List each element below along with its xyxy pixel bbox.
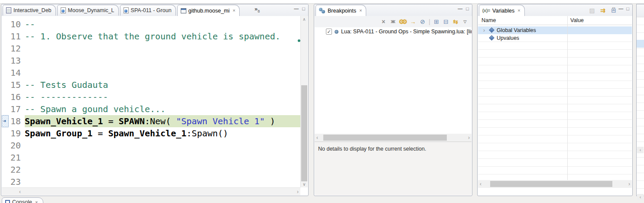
tab-label: Breakpoints xyxy=(328,8,356,14)
scroll-left-icon[interactable]: ‹ xyxy=(19,188,21,195)
editor-horizontal-scrollbar[interactable]: ‹ › xyxy=(2,187,300,195)
tab-label: github.moose_mi xyxy=(189,8,230,14)
gutter-marker xyxy=(2,42,9,55)
code-text xyxy=(25,55,300,67)
gutter-marker xyxy=(2,127,9,139)
scroll-left-icon[interactable]: ‹ xyxy=(637,147,644,153)
close-icon[interactable]: × xyxy=(233,8,235,13)
column-header-value[interactable]: Value xyxy=(570,17,584,23)
editor-tab-interactive-deb[interactable]: Interactive_Deb xyxy=(3,5,56,16)
maximize-icon[interactable]: □ xyxy=(302,6,305,11)
line-number: 15 xyxy=(9,79,25,91)
maximize-icon[interactable]: □ xyxy=(626,6,629,11)
horizontal-scroll-thumb[interactable] xyxy=(323,135,447,141)
breakpoint-item[interactable]: ✓ Lua: SPA-011 - Ground Ops - Simple Spa… xyxy=(315,27,472,35)
code-text: -- Tests Gudauta xyxy=(25,79,300,91)
tab-label: Interactive_Deb xyxy=(13,7,52,13)
breakpoint-label: Lua: SPA-011 - Ground Ops - Simple Spawn… xyxy=(341,29,472,35)
scroll-left-icon[interactable]: ‹ xyxy=(637,194,644,200)
view-menu-icon[interactable]: ▽ xyxy=(612,7,615,11)
scroll-left-icon[interactable]: ‹ xyxy=(316,134,318,141)
variable-diamond-icon xyxy=(489,35,494,41)
debug-current-line-marker[interactable] xyxy=(2,115,9,127)
close-icon[interactable]: × xyxy=(359,8,362,13)
line-number: 21 xyxy=(9,151,25,164)
breakpoints-toolbar: ×××⚙⚙→⊘|⊞⊟⇆▽ xyxy=(315,16,472,27)
code-line-15: 15-- Tests Gudauta xyxy=(2,79,300,91)
maximize-icon[interactable]: □ xyxy=(466,6,469,11)
code-text xyxy=(25,151,300,164)
close-icon[interactable]: × xyxy=(35,200,38,203)
console-icon xyxy=(5,200,10,203)
go-to-file-for-breakpoint-icon[interactable]: → xyxy=(409,18,417,26)
lua-file-icon xyxy=(124,7,129,13)
editor-vertical-scrollbar[interactable]: ∧ ∨ xyxy=(300,16,308,187)
show-type-names-icon[interactable]: ▨ xyxy=(588,6,596,14)
scroll-down-icon[interactable]: ∨ xyxy=(301,182,308,187)
skip-all-breakpoints-icon[interactable]: ⊘ xyxy=(419,18,426,26)
column-header-name[interactable]: Name xyxy=(481,17,496,23)
right-panel-tab-bar xyxy=(637,4,644,17)
minimize-icon[interactable]: — xyxy=(618,6,623,11)
close-icon[interactable]: × xyxy=(517,8,520,13)
horizontal-scroll-thumb[interactable] xyxy=(490,181,612,187)
gutter-marker xyxy=(2,18,9,30)
code-line-14: 14 xyxy=(2,67,300,79)
variable-row-global-variables[interactable]: ›Global Variables xyxy=(478,26,632,34)
lua-file-icon xyxy=(61,7,66,13)
column-divider[interactable] xyxy=(567,16,568,180)
tab-breakpoints[interactable]: Breakpoints × xyxy=(315,5,366,16)
right-edge-panel: ‹ ‹ xyxy=(636,4,644,196)
tab-label: Variables xyxy=(492,8,514,14)
breakpoint-dot-icon xyxy=(335,30,338,34)
code-text xyxy=(25,42,300,55)
scroll-up-icon[interactable]: ∧ xyxy=(301,17,308,22)
more-tabs-chevron[interactable]: »8 xyxy=(254,6,260,13)
line-number: 16 xyxy=(9,91,25,103)
code-text xyxy=(25,139,300,151)
variables-horizontal-scrollbar[interactable]: ‹ › xyxy=(478,180,632,188)
gutter-marker xyxy=(2,164,9,176)
scroll-right-icon[interactable]: › xyxy=(297,188,299,195)
line-number: 23 xyxy=(9,176,25,187)
breakpoints-list: ✓ Lua: SPA-011 - Ground Ops - Simple Spa… xyxy=(315,27,472,134)
remove-all-breakpoints-icon[interactable]: ×× xyxy=(389,18,397,26)
gutter-marker xyxy=(2,30,9,42)
tab-variables[interactable]: (x)= Variables × xyxy=(479,5,525,16)
remove-breakpoint-icon[interactable]: × xyxy=(380,18,387,26)
code-editor[interactable]: 10--11-- 1. Observe that the ground vehi… xyxy=(2,16,300,187)
show-supported-breakpoints-icon[interactable]: ⚙⚙ xyxy=(399,18,407,26)
right-panel-selected-row xyxy=(637,40,644,48)
line-number: 11 xyxy=(9,30,25,42)
gutter-marker xyxy=(2,67,9,79)
tab-console[interactable]: Console × xyxy=(2,197,43,203)
link-with-debug-view-icon[interactable]: ⇆ xyxy=(452,18,459,26)
scroll-left-icon[interactable]: ‹ xyxy=(480,180,481,187)
vertical-scroll-thumb[interactable] xyxy=(301,85,307,181)
expand-icon[interactable]: › xyxy=(481,27,487,33)
show-logical-structure-icon[interactable]: ⇉ xyxy=(599,6,607,14)
collapse-all-icon[interactable]: ⊟ xyxy=(442,18,450,26)
view-menu-icon[interactable]: ▽ xyxy=(461,18,469,26)
minimize-icon[interactable]: — xyxy=(458,6,462,11)
gutter-marker xyxy=(2,55,9,67)
expand-all-icon[interactable]: ⊞ xyxy=(433,18,440,26)
scroll-right-icon[interactable]: › xyxy=(468,134,470,141)
console-doc-icon xyxy=(6,7,11,13)
variable-row-upvalues[interactable]: Upvalues xyxy=(478,34,632,42)
line-number: 13 xyxy=(9,55,25,67)
editor-tab-spa-011-groun[interactable]: SPA-011 - Groun xyxy=(120,5,176,16)
minimize-icon[interactable]: — xyxy=(294,6,298,11)
breakpoints-horizontal-scrollbar[interactable]: ‹ › xyxy=(315,134,472,142)
line-number: 14 xyxy=(9,67,25,79)
editor-tab-github-moose-mi[interactable]: github.moose_mi× xyxy=(177,5,240,16)
code-line-10: 10-- xyxy=(2,18,300,30)
scroll-right-icon[interactable]: › xyxy=(628,180,630,187)
line-number: 18 xyxy=(9,115,25,127)
editor-tab-moose-dynamic-l[interactable]: Moose_Dynamic_L xyxy=(57,5,119,16)
editor-tab-bar: Interactive_DebMoose_Dynamic_LSPA-011 - … xyxy=(1,4,308,16)
code-line-19: 19Spawn_Group_1 = Spawn_Vehicle_1:Spawn(… xyxy=(2,127,300,139)
breakpoint-checkbox[interactable]: ✓ xyxy=(326,29,332,35)
variables-column-headers: Name Value xyxy=(478,16,632,25)
code-text xyxy=(25,67,300,79)
